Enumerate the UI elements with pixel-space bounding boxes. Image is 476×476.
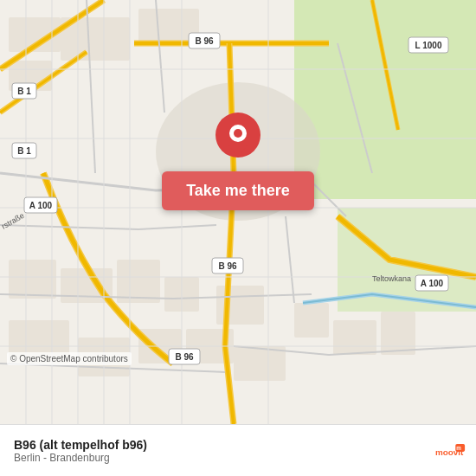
osm-credit: © OpenStreetMap contributors: [7, 352, 132, 365]
svg-rect-16: [234, 346, 286, 381]
moovit-icon: moovit m: [434, 435, 466, 466]
location-title: B96 (alt tempelhof b96): [14, 438, 147, 452]
svg-text:B 96: B 96: [175, 352, 194, 362]
bottom-bar: B96 (alt tempelhof b96) Berlin - Branden…: [0, 424, 476, 476]
svg-rect-19: [381, 312, 415, 355]
take-me-there-button[interactable]: Take me there: [162, 171, 314, 210]
location-info: B96 (alt tempelhof b96) Berlin - Branden…: [14, 438, 147, 464]
svg-point-41: [234, 129, 242, 138]
svg-text:L 1000: L 1000: [415, 41, 442, 50]
location-subtitle: Berlin - Brandenburg: [14, 452, 147, 464]
moovit-logo: moovit m: [434, 435, 466, 466]
svg-text:m: m: [456, 444, 461, 450]
svg-text:B 96: B 96: [195, 36, 214, 46]
location-pin-icon: [212, 113, 264, 164]
svg-rect-9: [117, 260, 160, 303]
button-overlay: Take me there: [134, 113, 342, 210]
svg-rect-7: [9, 260, 56, 299]
map-container: B 96 B 1 B 1 A 100 B 96 B 96 A 100 L 100…: [0, 0, 476, 424]
svg-text:A 100: A 100: [421, 279, 444, 288]
svg-text:B 1: B 1: [17, 87, 31, 96]
svg-rect-18: [333, 320, 376, 355]
svg-text:Teltowkana: Teltowkana: [372, 274, 411, 283]
svg-text:A 100: A 100: [29, 201, 53, 210]
svg-rect-17: [294, 303, 329, 338]
svg-text:B 1: B 1: [17, 146, 31, 156]
svg-text:B 96: B 96: [218, 261, 237, 271]
